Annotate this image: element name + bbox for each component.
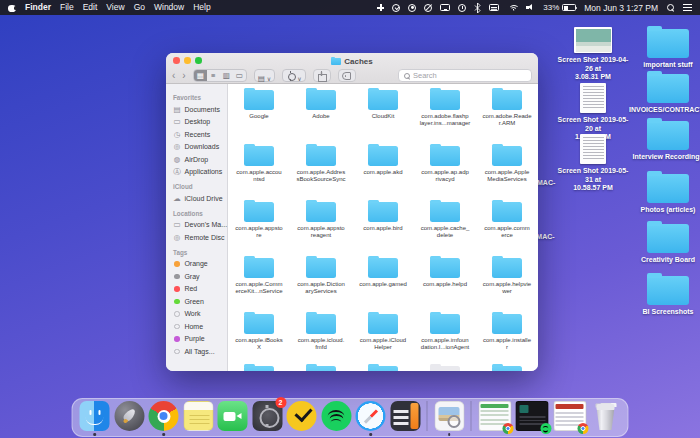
- airplay-display-icon[interactable]: [440, 4, 450, 11]
- sidebar-item-desktop[interactable]: Desktop: [173, 116, 227, 129]
- menu-help[interactable]: Help: [193, 0, 210, 15]
- dock-minimized-spotify[interactable]: [516, 401, 549, 431]
- zoom-button[interactable]: [195, 57, 202, 64]
- folder-item[interactable]: com.apple.Addres sBookSourceSync: [290, 142, 352, 198]
- partial-folder[interactable]: [476, 366, 538, 371]
- partial-folder[interactable]: [290, 366, 352, 371]
- folder-item[interactable]: com.apple.cache_ delete: [414, 198, 476, 254]
- menu-clock[interactable]: Mon Jun 3 1:27 PM: [584, 3, 658, 13]
- notification-center-icon[interactable]: [683, 4, 692, 11]
- dock-norton[interactable]: [287, 401, 317, 431]
- dock-minimized-document[interactable]: [553, 401, 586, 431]
- dock-calculator[interactable]: [390, 401, 420, 431]
- window-chrome[interactable]: Caches ‹ ›: [166, 53, 538, 84]
- folder-item[interactable]: com.apple.iCloud Helper: [352, 310, 414, 366]
- folder-item[interactable]: com.apple.gamed: [352, 254, 414, 310]
- dock-trash[interactable]: [591, 401, 621, 431]
- menu-extra-cross-icon[interactable]: [377, 4, 384, 11]
- partial-folder[interactable]: [352, 366, 414, 371]
- menu-extra-prohibit-icon[interactable]: [424, 4, 432, 12]
- menu-extra-check-circle-icon[interactable]: [392, 4, 400, 12]
- sidebar-item-applications[interactable]: Applications: [173, 166, 227, 179]
- sidebar-item-airdrop[interactable]: AirDrop: [173, 153, 227, 166]
- folder-item[interactable]: com.apple.Comm erceKit...nService: [228, 254, 290, 310]
- folder-item[interactable]: com.apple.helpd: [414, 254, 476, 310]
- folder-item[interactable]: com.apple.accou ntsd: [228, 142, 290, 198]
- desktop-folder-bi-screenshots[interactable]: BI Screenshots: [629, 276, 700, 317]
- minimize-button[interactable]: [184, 57, 191, 64]
- sidebar-all-tags[interactable]: All Tags...: [173, 345, 227, 358]
- menu-edit[interactable]: Edit: [83, 0, 98, 15]
- dock-stickies[interactable]: [183, 401, 213, 431]
- dock-facetime[interactable]: [218, 401, 248, 431]
- action-menu-button[interactable]: [282, 69, 305, 82]
- sidebar-tag-purple[interactable]: Purple: [173, 333, 227, 346]
- menu-window[interactable]: Window: [154, 0, 184, 15]
- folder-item[interactable]: com.apple.bird: [352, 198, 414, 254]
- folder-item[interactable]: com.apple.ap.adp rivacyd: [414, 142, 476, 198]
- spotlight-search-icon[interactable]: [666, 3, 675, 12]
- folder-item[interactable]: com.apple.Apple MediaServices: [476, 142, 538, 198]
- folder-item[interactable]: Google: [228, 86, 290, 142]
- dock-launchpad[interactable]: [114, 401, 144, 431]
- tag-button[interactable]: [338, 69, 356, 82]
- dock-finder[interactable]: [80, 401, 110, 431]
- folder-item[interactable]: com.apple.helpvie wer: [476, 254, 538, 310]
- sidebar-item-icloud-drive[interactable]: iCloud Drive: [173, 192, 227, 205]
- forward-button[interactable]: ›: [182, 71, 185, 81]
- menu-view[interactable]: View: [106, 0, 124, 15]
- dock-chrome[interactable]: [149, 401, 179, 431]
- folder-item[interactable]: com.apple.icloud. fmfd: [290, 310, 352, 366]
- folder-item[interactable]: com.apple.comm erce: [476, 198, 538, 254]
- menu-finder[interactable]: Finder: [25, 0, 51, 15]
- battery-indicator[interactable]: 33%: [543, 3, 576, 12]
- folder-item[interactable]: com.apple.appsto reagent: [290, 198, 352, 254]
- close-button[interactable]: [173, 57, 180, 64]
- desktop-file-screenshot-1[interactable]: Screen Shot 2019-04-26 at 3.08.31 PM: [554, 27, 632, 82]
- column-view-button[interactable]: [220, 70, 233, 81]
- folder-item[interactable]: com.apple.iBooks X: [228, 310, 290, 366]
- gallery-view-button[interactable]: [233, 70, 246, 81]
- dock-safari[interactable]: [356, 401, 386, 431]
- sidebar-item-documents[interactable]: Documents: [173, 103, 227, 116]
- folder-item[interactable]: com.adobe.flashp layer.ins...manager: [414, 86, 476, 142]
- folder-item[interactable]: Adobe: [290, 86, 352, 142]
- time-machine-icon[interactable]: [458, 4, 466, 12]
- sidebar-tag-red[interactable]: Red: [173, 283, 227, 296]
- sidebar-item-downloads[interactable]: Downloads: [173, 141, 227, 154]
- folder-item[interactable]: com.apple.installe r: [476, 310, 538, 366]
- sidebar-tag-green[interactable]: Green: [173, 295, 227, 308]
- sidebar-tag-work[interactable]: Work: [173, 308, 227, 321]
- folder-item[interactable]: com.apple.appsto re: [228, 198, 290, 254]
- desktop-folder-creativity-board[interactable]: Creativity Board: [629, 224, 700, 265]
- desktop-file-screenshot-3[interactable]: Screen Shot 2019-05-31 at 10.58.57 PM: [554, 134, 632, 193]
- sidebar-tag-gray[interactable]: Gray: [173, 270, 227, 283]
- desktop-folder-invoices[interactable]: INVOICES/CONTRACTS: [629, 74, 700, 115]
- dock-minimized-spreadsheet[interactable]: [478, 401, 511, 431]
- volume-icon[interactable]: [526, 4, 535, 12]
- keyboard-icon[interactable]: [489, 4, 499, 11]
- sidebar-item-recents[interactable]: Recents: [173, 128, 227, 141]
- share-button[interactable]: [313, 69, 331, 82]
- bluetooth-icon[interactable]: [474, 3, 481, 13]
- folder-item[interactable]: com.apple.imfoun dation.I...ionAgent: [414, 310, 476, 366]
- desktop-folder-important-stuff[interactable]: important stuff: [629, 29, 700, 70]
- folder-item[interactable]: com.adobe.Reade r.ARM: [476, 86, 538, 142]
- sidebar-tag-home[interactable]: Home: [173, 320, 227, 333]
- desktop-file-screenshot-2[interactable]: Screen Shot 2019-05-20 at 1.38.16 PM: [554, 83, 632, 142]
- partial-folder[interactable]: [228, 366, 290, 371]
- folder-item[interactable]: CloudKit: [352, 86, 414, 142]
- folder-item[interactable]: com.apple.Diction aryServices: [290, 254, 352, 310]
- list-view-button[interactable]: [207, 70, 220, 81]
- sidebar-item-remote-disc[interactable]: Remote Disc: [173, 231, 227, 244]
- menu-extra-camera-icon[interactable]: [408, 4, 416, 12]
- sidebar-tag-orange[interactable]: Orange: [173, 258, 227, 271]
- apple-menu-icon[interactable]: [8, 3, 16, 12]
- icon-view-button[interactable]: [194, 70, 207, 81]
- desktop-folder-interview-recordings[interactable]: Interview Recordings: [629, 121, 700, 162]
- desktop-folder-photos-articles[interactable]: Photos (articles): [629, 174, 700, 215]
- wifi-icon[interactable]: [507, 4, 518, 12]
- dock-preview[interactable]: [434, 401, 464, 431]
- partial-folder[interactable]: [414, 366, 476, 371]
- folder-item[interactable]: com.apple.akd: [352, 142, 414, 198]
